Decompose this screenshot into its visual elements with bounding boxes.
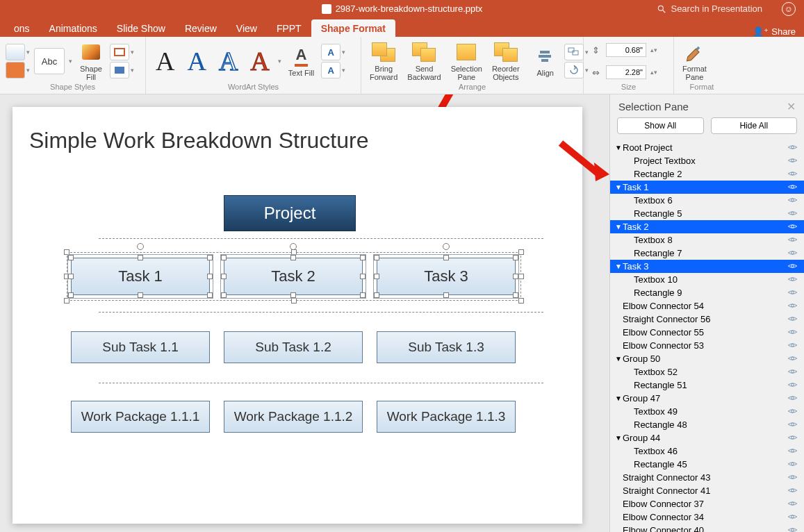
visibility-toggle[interactable] <box>786 274 798 285</box>
tree-item[interactable]: Elbow Connector 55 <box>610 326 804 339</box>
chevron-down-icon[interactable]: ▾ <box>278 58 281 65</box>
disclosure-triangle-icon[interactable]: ▼ <box>614 263 623 270</box>
hide-all-button[interactable]: Hide All <box>711 117 798 134</box>
chevron-down-icon[interactable]: ▾ <box>342 49 345 56</box>
tree-item[interactable]: Textbox 49 <box>610 405 804 418</box>
visibility-toggle[interactable] <box>786 512 798 522</box>
tree-item[interactable]: Textbox 6 <box>610 194 804 207</box>
chevron-down-icon[interactable]: ▾ <box>69 58 72 65</box>
text-effects[interactable]: A <box>321 62 341 78</box>
shape-outline[interactable] <box>110 44 129 60</box>
shape-wp-1[interactable]: Work Package 1.1.1 <box>71 401 210 433</box>
visibility-toggle[interactable] <box>786 261 798 272</box>
search-box[interactable]: Search in Presentation <box>657 3 762 14</box>
wordart-style-3[interactable]: A <box>215 46 242 76</box>
visibility-toggle[interactable] <box>786 459 798 469</box>
visibility-toggle[interactable] <box>786 327 798 338</box>
tree-item[interactable]: Textbox 46 <box>610 444 804 458</box>
shape-subtask-3[interactable]: Sub Task 1.3 <box>377 331 516 363</box>
reorder-objects-button[interactable]: Reorder Objects <box>489 40 523 83</box>
style-preset-1[interactable] <box>6 44 25 60</box>
shape-style-abc[interactable]: Abc <box>34 48 65 74</box>
slide-canvas[interactable]: Simple Work Breakdown Structure Project … <box>0 94 609 532</box>
rotate-button[interactable] <box>564 62 584 78</box>
tree-item[interactable]: ▼Task 1 <box>610 181 804 194</box>
send-backward-button[interactable]: Send Backward <box>404 40 443 83</box>
slide[interactable]: Simple Work Breakdown Structure Project … <box>13 107 582 524</box>
visibility-toggle[interactable] <box>786 235 798 245</box>
visibility-toggle[interactable] <box>786 446 798 456</box>
stepper-icon[interactable]: ▴▾ <box>650 47 657 53</box>
tree-item[interactable]: Elbow Connector 37 <box>610 497 804 510</box>
shape-project[interactable]: Project <box>224 195 356 231</box>
chevron-down-icon[interactable]: ▾ <box>342 67 345 74</box>
disclosure-triangle-icon[interactable]: ▼ <box>614 434 623 442</box>
tree-item[interactable]: Rectangle 5 <box>610 207 804 220</box>
visibility-toggle[interactable] <box>786 485 798 496</box>
show-all-button[interactable]: Show All <box>617 117 704 134</box>
disclosure-triangle-icon[interactable]: ▼ <box>614 144 623 151</box>
disclosure-triangle-icon[interactable]: ▼ <box>614 355 623 363</box>
disclosure-triangle-icon[interactable]: ▼ <box>614 394 623 402</box>
visibility-toggle[interactable] <box>786 354 798 364</box>
tab-review[interactable]: Review <box>175 19 227 37</box>
shape-wp-2[interactable]: Work Package 1.1.2 <box>224 401 363 433</box>
disclosure-triangle-icon[interactable]: ▼ <box>614 183 623 191</box>
chevron-down-icon[interactable]: ▾ <box>131 67 134 74</box>
shape-subtask-1[interactable]: Sub Task 1.1 <box>71 331 210 363</box>
visibility-toggle[interactable] <box>786 367 798 377</box>
visibility-toggle[interactable] <box>786 156 798 166</box>
tab-slide-show[interactable]: Slide Show <box>107 19 175 37</box>
stepper-icon[interactable]: ▴▾ <box>650 69 657 76</box>
visibility-toggle[interactable] <box>786 499 798 509</box>
tree-item[interactable]: Straight Connector 56 <box>610 313 804 326</box>
shape-task-1[interactable]: Task 1 <box>71 258 210 295</box>
visibility-toggle[interactable] <box>786 380 798 390</box>
wordart-style-1[interactable]: A <box>151 46 179 76</box>
tree-item[interactable]: Rectangle 48 <box>610 418 804 431</box>
tree-item[interactable]: Project Textbox <box>610 154 804 167</box>
visibility-toggle[interactable] <box>786 288 798 298</box>
tree-item[interactable]: ▼Group 47 <box>610 392 804 405</box>
visibility-toggle[interactable] <box>786 169 798 179</box>
tree-item[interactable]: Straight Connector 41 <box>610 484 804 497</box>
tree-item[interactable]: ▼Group 44 <box>610 431 804 444</box>
visibility-toggle[interactable] <box>786 419 798 430</box>
text-outline[interactable]: A <box>321 44 341 60</box>
shape-wp-3[interactable]: Work Package 1.1.3 <box>377 401 516 433</box>
visibility-toggle[interactable] <box>786 182 798 192</box>
visibility-toggle[interactable] <box>786 195 798 206</box>
tree-item[interactable]: ▼Task 2 <box>610 220 804 233</box>
visibility-toggle[interactable] <box>786 340 798 351</box>
text-fill-button[interactable]: A Text Fill <box>286 44 317 78</box>
visibility-toggle[interactable] <box>786 406 798 417</box>
shape-subtask-2[interactable]: Sub Task 1.2 <box>224 331 363 363</box>
tree-item[interactable]: Elbow Connector 53 <box>610 339 804 352</box>
tree-item[interactable]: Textbox 52 <box>610 365 804 379</box>
chevron-down-icon[interactable]: ▾ <box>131 49 134 56</box>
tab-transitions[interactable]: ons <box>4 19 40 37</box>
tree-item[interactable]: ▼Group 50 <box>610 352 804 365</box>
visibility-toggle[interactable] <box>786 314 798 324</box>
tree-item[interactable]: Textbox 8 <box>610 233 804 247</box>
width-input[interactable] <box>606 65 646 79</box>
visibility-toggle[interactable] <box>786 142 798 153</box>
group-button[interactable] <box>564 44 584 60</box>
selection-pane-button[interactable]: Selection Pane <box>448 40 485 83</box>
chevron-down-icon[interactable]: ▾ <box>26 49 30 56</box>
tree-item[interactable]: Rectangle 2 <box>610 167 804 181</box>
wordart-style-4[interactable]: A <box>246 46 273 76</box>
style-preset-2[interactable] <box>6 62 25 78</box>
tree-item[interactable]: Elbow Connector 54 <box>610 299 804 313</box>
tab-fppt[interactable]: FPPT <box>267 19 311 37</box>
wordart-style-2[interactable]: A <box>183 46 210 76</box>
tab-shape-format[interactable]: Shape Format <box>311 19 395 37</box>
tree-item[interactable]: Straight Connector 43 <box>610 471 804 484</box>
visibility-toggle[interactable] <box>786 248 798 258</box>
tree-item[interactable]: Rectangle 51 <box>610 379 804 392</box>
close-icon[interactable]: ✕ <box>787 100 796 113</box>
height-input[interactable] <box>606 43 646 57</box>
user-avatar[interactable]: ☺ <box>782 2 796 16</box>
share-button[interactable]: 👤⁺ Share <box>753 26 796 37</box>
visibility-toggle[interactable] <box>786 222 798 232</box>
